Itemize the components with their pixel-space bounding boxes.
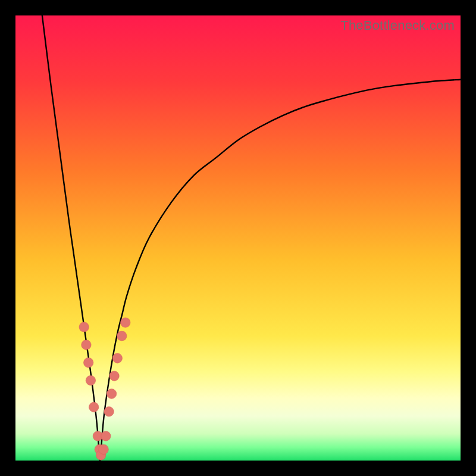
highlight-dot	[79, 322, 89, 331]
highlight-dot	[117, 331, 127, 340]
highlight-dot	[101, 431, 111, 441]
highlight-dot	[121, 318, 130, 327]
bottleneck-curve	[42, 15, 461, 461]
highlight-dot	[86, 375, 95, 385]
highlight-dot	[89, 402, 98, 412]
highlight-dot	[109, 371, 119, 381]
chart-plot-area: TheBottleneck.com	[15, 15, 461, 461]
highlight-dot	[107, 389, 116, 399]
chart-frame: TheBottleneck.com	[0, 0, 476, 476]
highlight-dot	[83, 358, 93, 367]
highlight-dot	[82, 340, 91, 349]
highlight-dot	[112, 353, 122, 363]
highlight-dot-group	[79, 318, 130, 460]
highlight-dot	[99, 444, 108, 454]
chart-svg-layer	[15, 15, 461, 461]
highlight-dot	[104, 406, 114, 416]
